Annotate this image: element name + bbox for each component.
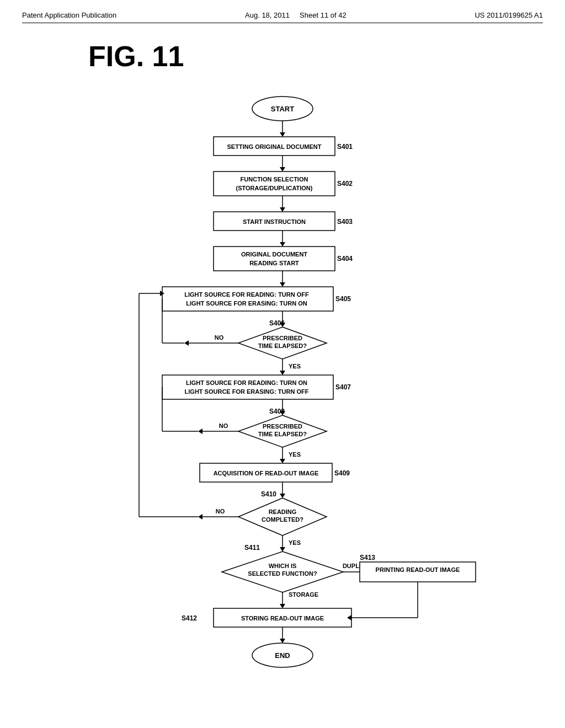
svg-text:READING START: READING START [249, 260, 299, 266]
svg-text:LIGHT SOURCE FOR READING: TURN: LIGHT SOURCE FOR READING: TURN ON [186, 379, 307, 386]
svg-text:S413: S413 [360, 554, 375, 561]
svg-text:S410: S410 [261, 490, 276, 498]
svg-text:S402: S402 [337, 180, 353, 188]
svg-text:SETTING ORIGINAL DOCUMENT: SETTING ORIGINAL DOCUMENT [227, 143, 322, 150]
svg-marker-19 [280, 242, 285, 247]
svg-text:PRESCRIBED: PRESCRIBED [263, 423, 302, 430]
page: Patent Application Publication Aug. 18, … [0, 0, 565, 728]
svg-text:S407: S407 [335, 383, 351, 391]
svg-text:S409: S409 [334, 469, 350, 477]
svg-text:PRESCRIBED: PRESCRIBED [263, 335, 302, 341]
svg-marker-74 [198, 514, 202, 520]
svg-marker-8 [280, 167, 285, 172]
svg-marker-25 [280, 282, 285, 287]
svg-text:SELECTED FUNCTION?: SELECTED FUNCTION? [248, 570, 317, 577]
svg-text:LIGHT SOURCE FOR READING: TURN: LIGHT SOURCE FOR READING: TURN OFF [184, 291, 309, 298]
svg-marker-81 [280, 547, 285, 552]
svg-text:YES: YES [289, 451, 301, 458]
svg-marker-43 [280, 371, 285, 375]
header-sheet: Sheet 11 of 42 [300, 11, 347, 19]
svg-text:S403: S403 [337, 218, 353, 226]
svg-text:TIME ELAPSED?: TIME ELAPSED? [258, 431, 307, 437]
svg-text:S408: S408 [269, 408, 285, 415]
svg-text:NO: NO [216, 508, 225, 515]
svg-text:COMPLETED?: COMPLETED? [262, 516, 303, 523]
svg-text:READING: READING [269, 508, 297, 515]
page-header: Patent Application Publication Aug. 18, … [22, 11, 543, 23]
svg-text:(STORAGE/DUPLICATION): (STORAGE/DUPLICATION) [236, 185, 313, 191]
svg-text:START INSTRUCTION: START INSTRUCTION [243, 218, 306, 225]
svg-text:LIGHT SOURCE FOR ERASING: TURN: LIGHT SOURCE FOR ERASING: TURN OFF [185, 388, 309, 395]
svg-rect-45 [162, 375, 333, 399]
header-left: Patent Application Publication [22, 11, 116, 19]
svg-marker-3 [280, 132, 285, 137]
header-right: US 2011/0199625 A1 [475, 11, 543, 19]
svg-marker-56 [198, 429, 202, 434]
svg-text:PRINTING READ-OUT IMAGE: PRINTING READ-OUT IMAGE [376, 566, 460, 573]
svg-text:TIME ELAPSED?: TIME ELAPSED? [258, 342, 307, 349]
svg-text:S406: S406 [269, 319, 285, 327]
svg-rect-9 [214, 172, 335, 196]
svg-marker-62 [280, 459, 285, 463]
svg-text:FUNCTION SELECTION: FUNCTION SELECTION [241, 176, 308, 183]
flowchart-diagram: START SETTING ORIGINAL DOCUMENT S401 FUN… [73, 89, 492, 696]
figure-title: FIG. 11 [88, 40, 543, 73]
svg-text:YES: YES [289, 539, 301, 546]
svg-marker-89 [280, 604, 285, 608]
svg-text:END: END [275, 651, 290, 660]
svg-rect-20 [214, 247, 335, 271]
svg-marker-37 [184, 340, 189, 346]
svg-text:NO: NO [215, 334, 224, 341]
svg-text:S404: S404 [337, 255, 353, 263]
svg-text:LIGHT SOURCE FOR ERASING: TURN: LIGHT SOURCE FOR ERASING: TURN ON [186, 300, 307, 307]
svg-text:YES: YES [289, 363, 301, 370]
svg-text:STORAGE: STORAGE [289, 591, 318, 598]
svg-text:ORIGINAL DOCUMENT: ORIGINAL DOCUMENT [241, 251, 307, 258]
svg-marker-68 [280, 494, 285, 498]
svg-text:NO: NO [219, 422, 228, 429]
svg-text:S412: S412 [182, 614, 197, 622]
svg-marker-14 [280, 207, 285, 212]
svg-rect-26 [162, 287, 333, 311]
svg-text:S411: S411 [244, 544, 260, 552]
svg-text:S401: S401 [337, 143, 353, 151]
svg-text:WHICH IS: WHICH IS [269, 563, 297, 569]
svg-text:ACQUISITION OF READ-OUT IMAGE: ACQUISITION OF READ-OUT IMAGE [214, 470, 319, 477]
header-date: Aug. 18, 2011 [245, 11, 290, 19]
svg-marker-103 [280, 639, 285, 643]
header-center: Aug. 18, 2011 Sheet 11 of 42 [245, 11, 347, 19]
svg-text:S405: S405 [335, 295, 351, 303]
svg-text:STORING READ-OUT IMAGE: STORING READ-OUT IMAGE [241, 615, 324, 622]
svg-text:START: START [271, 105, 294, 113]
